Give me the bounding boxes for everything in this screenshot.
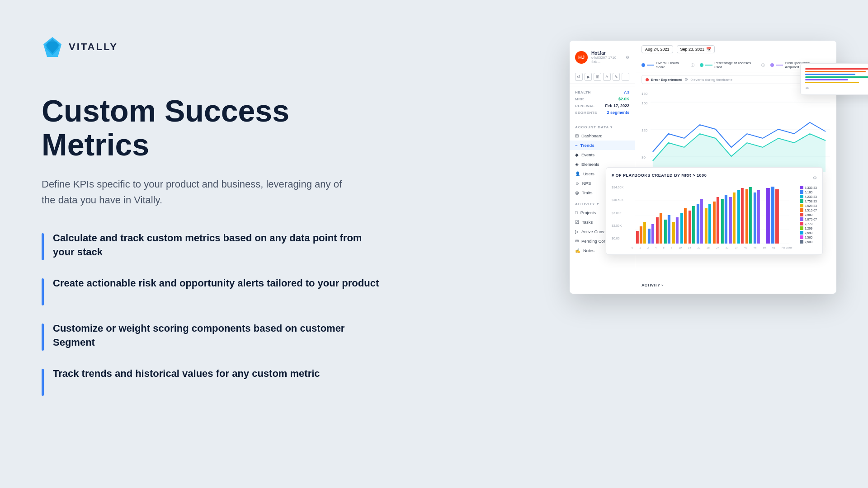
date-start-button[interactable]: Aug 24, 2021 (642, 45, 673, 53)
y-7k: $7.00K (612, 211, 631, 215)
sidebar-item-trends-label: Trends (580, 143, 594, 148)
activity-header: ACTIVITY ~ (642, 283, 830, 287)
text-button[interactable]: A (603, 73, 611, 81)
account-info: HotJar c4c05207-1710-4ab... (591, 51, 622, 64)
projects-icon: □ (575, 210, 578, 215)
svg-text:80: 80 (642, 155, 646, 160)
playbooks-chart-overlay: # OF PLAYBOOKS CREATED BY MRR > 1000 ⚙ $… (606, 167, 823, 255)
play-button[interactable]: ▶ (585, 73, 592, 81)
active-conv-icon: ▷ (575, 229, 579, 234)
refresh-button[interactable]: ↺ (575, 73, 583, 81)
sidebar-item-events[interactable]: ◆ Events (570, 150, 635, 160)
page-heading: Custom Success Metrics (42, 94, 385, 162)
error-label: Error Experienced (651, 78, 682, 82)
licenses-dot (700, 63, 703, 67)
svg-rect-19 (656, 217, 659, 244)
segments-metric: SEGMENTS 2 segments (575, 110, 629, 115)
bars-svg (632, 186, 793, 244)
sidebar-item-traits-label: Traits (582, 190, 592, 195)
account-name: HotJar (591, 51, 622, 56)
svg-rect-47 (775, 189, 779, 244)
more-button[interactable]: — (622, 73, 629, 81)
svg-rect-42 (749, 187, 752, 244)
health-score-dot (642, 63, 645, 67)
sidebar-item-notes-label: Notes (583, 248, 594, 253)
date-range: Aug 24, 2021 Sep 23, 2021 📅 (642, 45, 715, 53)
date-start-label: Aug 24, 2021 (645, 47, 670, 52)
svg-rect-27 (689, 211, 691, 244)
sidebar-item-users-label: Users (583, 171, 594, 176)
svg-rect-25 (680, 213, 683, 244)
playbooks-legend: 5,333.33 5,180 4,233.33 3,758.33 3,528.3… (800, 186, 817, 249)
svg-rect-24 (676, 217, 679, 244)
svg-rect-37 (729, 197, 732, 244)
main-toolbar: Aug 24, 2021 Sep 23, 2021 📅 (635, 41, 836, 58)
edit-button[interactable]: ✎ (613, 73, 620, 81)
health-value: 7.3 (623, 90, 629, 94)
svg-rect-32 (708, 204, 711, 244)
account-header: HJ HotJar c4c05207-1710-4ab... ⚙ (570, 47, 635, 70)
page-description: Define KPIs specific to your product and… (42, 176, 349, 208)
renewal-metric: RENEWAL Feb 17, 2022 (575, 103, 629, 108)
svg-rect-33 (713, 202, 716, 244)
side-overlay-card: 10 (800, 63, 868, 95)
renewal-value: Feb 17, 2022 (605, 103, 629, 108)
health-score-info-icon[interactable]: ⓘ (691, 63, 694, 68)
users-icon: 👤 (575, 171, 580, 176)
account-avatar: HJ (575, 51, 588, 64)
account-data-label: ACCOUNT DATA ▾ (570, 121, 635, 131)
account-settings-icon[interactable]: ⚙ (626, 55, 629, 60)
svg-rect-28 (692, 206, 695, 244)
error-sub: 0 events during timeframe (690, 78, 732, 82)
date-end-button[interactable]: Sep 23, 2021 📅 (677, 45, 715, 53)
svg-text:120: 120 (642, 128, 648, 132)
pending-cor-icon: ✉ (575, 239, 579, 244)
svg-rect-31 (705, 208, 708, 244)
playbooks-bar-chart: $14.00K $10.50K $7.00K $3.50K $0.00 (612, 186, 793, 249)
error-settings-icon[interactable]: ⚙ (684, 77, 688, 82)
feature-text-4: Track trends and historical values for a… (53, 367, 320, 381)
sidebar-item-events-label: Events (581, 152, 594, 157)
sidebar-item-dashboard-label: Dashboard (581, 133, 602, 138)
mrr-value: $2.0K (618, 97, 629, 101)
svg-rect-14 (636, 231, 639, 244)
date-end-label: Sep 23, 2021 (680, 47, 705, 52)
mrr-metric: MRR $2.0K (575, 97, 629, 101)
playbooks-settings-icon[interactable]: ⚙ (813, 175, 817, 180)
playbooks-chart-title: # OF PLAYBOOKS CREATED BY MRR > 1000 (612, 173, 707, 178)
feature-item-3: Customize or weight scoring components b… (42, 322, 385, 351)
feature-item-2: Create actionable risk and opportunity a… (42, 277, 385, 305)
mrr-label: MRR (575, 97, 584, 101)
svg-rect-35 (721, 199, 724, 244)
sidebar-item-trends[interactable]: ~ Trends (570, 141, 635, 150)
trend-chart-svg: 160 120 80 (642, 98, 830, 179)
feature-text-2: Create actionable risk and opportunity a… (53, 277, 379, 291)
sidebar-item-projects-label: Projects (580, 210, 596, 215)
feature-item-1: Calculate and track custom metrics based… (42, 231, 385, 260)
activity-section: ACTIVITY ~ (635, 279, 836, 294)
licenses-line (705, 65, 712, 66)
svg-rect-22 (668, 215, 670, 244)
svg-rect-36 (725, 195, 727, 244)
svg-rect-20 (660, 213, 662, 244)
licenses-info-icon[interactable]: ⓘ (761, 63, 765, 68)
y-10-5k: $10.50K (612, 198, 631, 202)
y-0: $0.00 (612, 237, 631, 240)
svg-rect-34 (717, 197, 719, 244)
nps-icon: ☺ (575, 181, 580, 186)
dashboard-icon: ⊞ (575, 133, 579, 138)
sidebar-item-dashboard[interactable]: ⊞ Dashboard (570, 131, 635, 141)
feature-item-4: Track trends and historical values for a… (42, 367, 385, 396)
account-id: c4c05207-1710-4ab... (591, 56, 622, 64)
logo-area: VITALLY (42, 36, 385, 58)
y-label-160: 160 (642, 92, 647, 96)
grid-button[interactable]: ⊞ (594, 73, 601, 81)
sidebar-item-nps-label: NPS (582, 181, 591, 186)
svg-rect-30 (700, 199, 703, 244)
sidebar-toolbar: ↺ ▶ ⊞ A ✎ — (570, 70, 635, 84)
trends-icon: ~ (575, 143, 578, 148)
segments-value: 2 segments (607, 110, 629, 115)
sidebar-item-tasks-label: Tasks (582, 220, 593, 225)
svg-rect-17 (648, 229, 651, 244)
calendar-icon: 📅 (706, 47, 711, 52)
